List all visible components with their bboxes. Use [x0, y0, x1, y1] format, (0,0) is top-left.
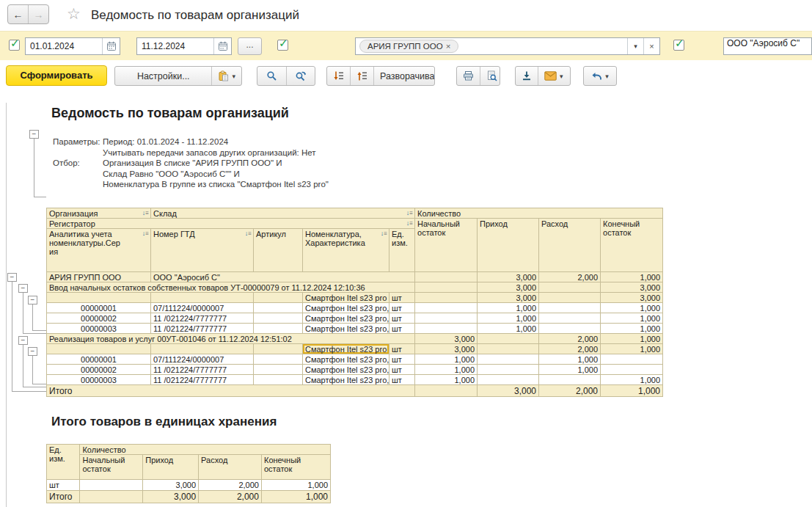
report-cell[interactable] [478, 375, 539, 385]
sort-icon[interactable]: ↓≡ [142, 208, 149, 218]
history-button[interactable]: ▾ [584, 67, 616, 85]
org-dropdown-button[interactable]: ▾ [627, 38, 643, 54]
report-cell[interactable]: 3,000 [143, 480, 199, 491]
col-header-gtd[interactable]: Номер ГТД↓≡ [151, 229, 254, 272]
report-cell[interactable] [415, 385, 478, 397]
org-clear-button[interactable]: × [643, 38, 659, 54]
collapse-toggle-item1[interactable]: − [28, 296, 37, 304]
report-cell[interactable]: Смартфон Itel s23 pro, [303, 313, 389, 324]
report-cell[interactable] [539, 293, 601, 303]
tag-remove-icon[interactable]: × [446, 42, 451, 51]
report-cell[interactable] [478, 344, 539, 354]
report-cell[interactable]: 3,000 [478, 282, 539, 293]
report-cell[interactable] [539, 303, 601, 313]
report-cell[interactable]: 3,000 [478, 293, 539, 303]
report-cell[interactable] [539, 313, 601, 324]
org-tag[interactable]: АРИЯ ГРУПП ООО× [359, 40, 458, 53]
report-cell[interactable]: шт [389, 324, 415, 334]
report-cell[interactable] [254, 365, 303, 375]
sort-icon[interactable]: ↓≡ [406, 208, 413, 218]
report-cell[interactable] [415, 324, 478, 334]
org-checkbox[interactable]: ✓ [277, 40, 288, 51]
report-cell[interactable] [415, 313, 478, 324]
col-header-income[interactable]: Приход [143, 455, 199, 480]
report-cell[interactable]: Смартфон Itel s23 pro, [303, 354, 389, 365]
report-cell[interactable] [254, 354, 303, 365]
report-cell[interactable]: Ввод начальных остатков собственных това… [47, 282, 415, 293]
sort-icon[interactable]: ↓≡ [406, 219, 413, 228]
report-cell[interactable] [47, 344, 151, 354]
report-cell[interactable]: 1,000 [601, 344, 663, 354]
period-options-button[interactable]: ... [238, 37, 262, 55]
period-checkbox[interactable]: ✓ [9, 40, 20, 51]
report-cell[interactable]: Итого [47, 385, 415, 397]
search-button[interactable] [257, 67, 286, 85]
report-cell[interactable]: 1,000 [601, 334, 663, 344]
col-header-closing[interactable]: Конечный остаток [601, 219, 663, 272]
calendar-icon[interactable] [102, 38, 120, 54]
sort-icon[interactable]: ↓≡ [245, 229, 252, 238]
report-cell[interactable]: 2,000 [539, 272, 601, 282]
email-button[interactable]: ▾ [538, 67, 569, 85]
col-header-income[interactable]: Приход [478, 219, 539, 272]
report-cell[interactable]: 00000002 [47, 313, 151, 324]
report-cell[interactable]: 1,000 [478, 303, 539, 313]
col-header-org[interactable]: Организация↓≡ [47, 208, 151, 219]
report-cell[interactable]: шт [389, 313, 415, 324]
expand-to-dropdown[interactable]: Разворачивать до ▾ [373, 67, 435, 85]
warehouse-checkbox[interactable]: ✓ [673, 40, 684, 51]
report-cell[interactable]: шт [47, 480, 80, 491]
sort-icon[interactable]: ↓≡ [142, 229, 149, 238]
report-cell[interactable] [80, 480, 143, 491]
calendar-icon[interactable] [213, 38, 231, 54]
report-cell[interactable]: 1,000 [601, 375, 663, 385]
forward-button[interactable]: → [29, 5, 48, 23]
report-cell[interactable]: 00000001 [47, 303, 151, 313]
report-cell[interactable] [80, 491, 143, 503]
col-header-article[interactable]: Артикул [254, 229, 303, 272]
report-cell[interactable]: 1,000 [539, 354, 601, 365]
report-cell[interactable]: 3,000 [478, 272, 539, 282]
favorites-star-icon[interactable]: ☆ [67, 4, 81, 24]
warehouse-input[interactable] [724, 38, 811, 48]
save-button[interactable] [516, 67, 538, 85]
expand-all-button[interactable] [327, 67, 350, 85]
report-cell[interactable] [478, 354, 539, 365]
collapse-all-button[interactable] [350, 67, 373, 85]
report-cell[interactable] [254, 344, 303, 354]
selected-cell[interactable]: Смартфон Itel s23 pro [303, 344, 389, 354]
report-cell[interactable]: 3,000 [415, 334, 478, 344]
report-cell[interactable]: 1,000 [601, 324, 663, 334]
report-cell[interactable]: 1,000 [601, 303, 663, 313]
collapse-toggle-item2[interactable]: − [28, 347, 37, 356]
report-cell[interactable] [254, 324, 303, 334]
col-header-warehouse[interactable]: Склад↓≡ [151, 208, 415, 219]
report-cell[interactable] [254, 375, 303, 385]
report-cell[interactable]: 3,000 [143, 491, 199, 503]
col-header-expense[interactable]: Расход [539, 219, 601, 272]
date-to-input[interactable] [137, 41, 213, 51]
report-cell[interactable]: 2,000 [199, 491, 262, 503]
report-cell[interactable]: ООО "Аэросиб С" [151, 272, 415, 282]
report-cell[interactable]: Смартфон Itel s23 pro, [303, 324, 389, 334]
report-cell[interactable]: АРИЯ ГРУПП ООО [47, 272, 151, 282]
report-cell[interactable] [539, 324, 601, 334]
report-cell[interactable]: 1,000 [415, 375, 478, 385]
report-cell[interactable] [415, 282, 478, 293]
report-cell[interactable]: 1,000 [261, 480, 330, 491]
col-header-unit[interactable]: Ед. изм. [389, 229, 415, 272]
col-header-quantity[interactable]: Количество [80, 445, 331, 455]
org-field[interactable]: АРИЯ ГРУПП ООО× ▾ × [355, 37, 660, 55]
report-cell[interactable]: 3,000 [478, 385, 539, 397]
report-cell[interactable] [601, 365, 663, 375]
report-cell[interactable]: 2,000 [539, 344, 601, 354]
report-cell[interactable]: Реализация товаров и услуг 00УТ-001046 о… [47, 334, 415, 344]
back-button[interactable]: ← [8, 5, 29, 23]
report-cell[interactable]: 1,000 [478, 324, 539, 334]
report-cell[interactable]: шт [389, 293, 415, 303]
report-cell[interactable]: 3,000 [601, 293, 663, 303]
col-header-nomenclature[interactable]: Номенклатура, Характеристика↓≡ [303, 229, 389, 272]
report-cell[interactable] [601, 354, 663, 365]
col-header-unit[interactable]: Ед. изм. [47, 445, 80, 480]
report-cell[interactable]: 00000002 [47, 365, 151, 375]
